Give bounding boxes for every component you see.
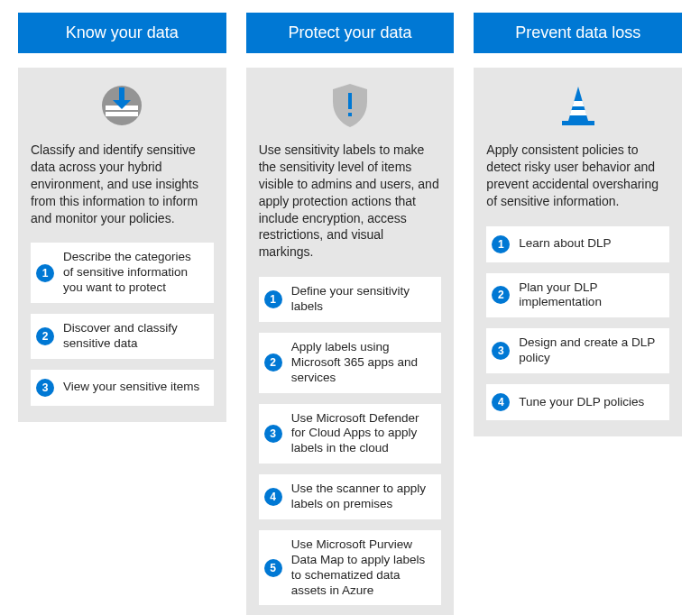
step-label: Use Microsoft Purview Data Map to apply … bbox=[291, 537, 433, 599]
step-item: 2 Apply labels using Microsoft 365 apps … bbox=[259, 333, 442, 393]
step-item: 3 Design and create a DLP policy bbox=[486, 328, 669, 373]
shield-alert-icon bbox=[259, 82, 442, 129]
data-classify-icon bbox=[31, 82, 214, 129]
step-label: View your sensitive items bbox=[63, 380, 199, 395]
three-column-framework: Know your data Classify and identify sen… bbox=[0, 0, 700, 615]
step-number-badge: 1 bbox=[264, 290, 282, 308]
step-label: Design and create a DLP policy bbox=[519, 335, 660, 366]
svg-rect-7 bbox=[348, 113, 352, 116]
column-description: Apply consistent policies to detect risk… bbox=[486, 142, 669, 210]
step-item: 3 Use Microsoft Defender for Cloud Apps … bbox=[259, 404, 442, 464]
step-number-badge: 5 bbox=[264, 559, 282, 577]
svg-marker-11 bbox=[569, 110, 586, 115]
step-number-badge: 2 bbox=[36, 327, 54, 345]
column-panel: Use sensitivity labels to make the sensi… bbox=[246, 68, 455, 615]
step-label: Learn about DLP bbox=[519, 236, 611, 252]
step-label: Use the scanner to apply labels on premi… bbox=[291, 482, 433, 512]
step-number-badge: 3 bbox=[492, 342, 510, 360]
step-item: 2 Plan your DLP implementation bbox=[486, 273, 669, 318]
column-description: Classify and identify sensitive data acr… bbox=[31, 142, 214, 226]
step-number-badge: 1 bbox=[492, 235, 510, 253]
column-panel: Apply consistent policies to detect risk… bbox=[474, 68, 682, 436]
column-prevent-data-loss: Prevent data loss Apply consistent polic… bbox=[474, 13, 682, 436]
step-label: Define your sensitivity labels bbox=[291, 284, 433, 315]
column-header: Know your data bbox=[18, 13, 226, 53]
column-protect-your-data: Protect your data Use sensitivity labels… bbox=[246, 13, 455, 615]
svg-marker-10 bbox=[572, 101, 584, 106]
step-number-badge: 2 bbox=[492, 286, 510, 304]
svg-rect-9 bbox=[562, 121, 594, 125]
step-item: 2 Discover and classify sensitive data bbox=[31, 314, 214, 359]
svg-rect-4 bbox=[119, 87, 124, 100]
svg-rect-2 bbox=[106, 112, 138, 116]
step-label: Discover and classify sensitive data bbox=[63, 321, 205, 352]
step-label: Use Microsoft Defender for Cloud Apps to… bbox=[291, 411, 433, 457]
column-description: Use sensitivity labels to make the sensi… bbox=[259, 142, 442, 261]
step-label: Describe the categories of sensitive inf… bbox=[63, 250, 205, 296]
step-number-badge: 2 bbox=[264, 353, 282, 372]
traffic-cone-icon bbox=[486, 82, 669, 129]
step-item: 5 Use Microsoft Purview Data Map to appl… bbox=[259, 530, 442, 606]
step-item: 4 Use the scanner to apply labels on pre… bbox=[259, 474, 442, 519]
column-header: Protect your data bbox=[246, 13, 455, 53]
step-number-badge: 3 bbox=[36, 379, 54, 397]
step-number-badge: 1 bbox=[36, 264, 54, 282]
step-label: Plan your DLP implementation bbox=[519, 280, 660, 311]
step-number-badge: 4 bbox=[492, 393, 510, 411]
svg-rect-6 bbox=[348, 93, 352, 109]
step-item: 1 Describe the categories of sensitive i… bbox=[31, 243, 214, 303]
step-item: 1 Define your sensitivity labels bbox=[259, 277, 442, 322]
step-label: Tune your DLP policies bbox=[519, 395, 644, 410]
step-item: 1 Learn about DLP bbox=[486, 226, 669, 262]
column-panel: Classify and identify sensitive data acr… bbox=[18, 68, 226, 422]
column-know-your-data: Know your data Classify and identify sen… bbox=[18, 13, 226, 422]
column-header: Prevent data loss bbox=[474, 13, 682, 53]
step-item: 4 Tune your DLP policies bbox=[486, 384, 669, 420]
step-item: 3 View your sensitive items bbox=[31, 370, 214, 406]
step-number-badge: 4 bbox=[264, 488, 282, 506]
step-label: Apply labels using Microsoft 365 apps an… bbox=[291, 340, 433, 386]
step-number-badge: 3 bbox=[264, 425, 282, 443]
